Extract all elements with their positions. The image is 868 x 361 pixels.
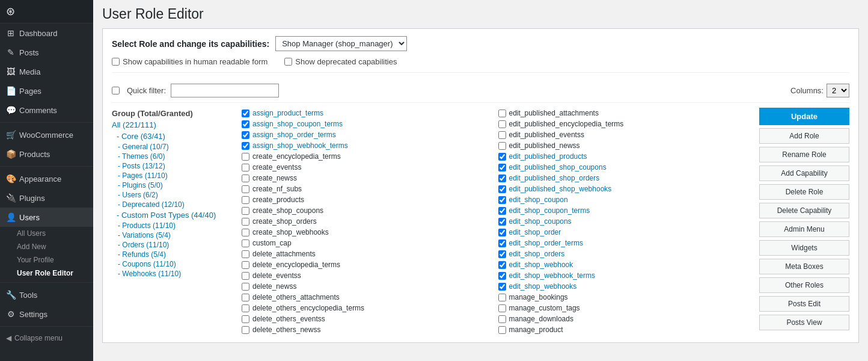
cap-checkbox[interactable] <box>242 272 249 280</box>
cap-label[interactable]: create_shop_coupons <box>252 206 323 215</box>
cap-checkbox[interactable] <box>242 207 249 215</box>
admin-menu-button[interactable]: Admin Menu <box>759 221 849 237</box>
cap-label[interactable]: edit_published_newss <box>509 141 580 150</box>
sidebar-sub-user-role-editor[interactable]: User Role Editor <box>0 267 93 280</box>
cap-checkbox[interactable] <box>242 110 249 117</box>
quick-filter-input[interactable] <box>171 84 279 97</box>
sidebar-item-appearance[interactable]: 🎨 Appearance <box>0 169 93 188</box>
sidebar-item-tools[interactable]: 🔧 Tools <box>0 285 93 304</box>
group-item-cpt[interactable]: - Custom Post Types (44/40) <box>112 209 232 221</box>
cap-label[interactable]: manage_custom_tags <box>509 304 580 312</box>
cap-label[interactable]: edit_published_products <box>509 152 587 161</box>
human-readable-label[interactable]: Show capabilities in human readable form <box>112 57 267 66</box>
cap-checkbox[interactable] <box>242 218 249 226</box>
human-readable-checkbox[interactable] <box>112 58 120 66</box>
cap-label[interactable]: edit_published_shop_webhooks <box>509 185 612 193</box>
delete-role-button[interactable]: Delete Role <box>759 184 849 200</box>
sidebar-item-plugins[interactable]: 🔌 Plugins <box>0 188 93 208</box>
cap-checkbox[interactable] <box>498 326 506 334</box>
cap-label[interactable]: delete_newss <box>252 282 296 291</box>
cap-label[interactable]: assign_product_terms <box>252 109 323 117</box>
cap-checkbox[interactable] <box>242 120 249 128</box>
cap-label[interactable]: edit_shop_order_terms <box>509 239 583 247</box>
cap-label[interactable]: manage_bookings <box>509 293 568 301</box>
meta-boxes-button[interactable]: Meta Boxes <box>759 259 849 274</box>
cap-checkbox[interactable] <box>498 315 506 323</box>
cap-label[interactable]: create_newss <box>252 174 297 182</box>
cap-label[interactable]: edit_published_eventss <box>509 131 584 139</box>
cap-checkbox[interactable] <box>242 239 249 247</box>
cap-label[interactable]: edit_shop_webhook <box>509 261 573 269</box>
group-item-pages[interactable]: - Pages (11/10) <box>112 171 232 180</box>
cap-checkbox[interactable] <box>242 250 249 258</box>
cap-label[interactable]: delete_attachments <box>252 250 316 258</box>
deprecated-checkbox[interactable] <box>284 58 292 66</box>
cap-label[interactable]: create_shop_webhooks <box>252 228 329 236</box>
columns-select[interactable]: 1 2 3 4 <box>827 84 849 97</box>
cap-checkbox[interactable] <box>498 283 506 291</box>
cap-label[interactable]: edit_shop_order <box>509 228 561 236</box>
sidebar-sub-add-new[interactable]: Add New <box>0 240 93 253</box>
group-item-webhooks[interactable]: - Webhooks (11/10) <box>112 269 232 279</box>
cap-label[interactable]: create_encyclopedia_terms <box>252 152 341 161</box>
cap-label[interactable]: assign_shop_coupon_terms <box>252 120 343 128</box>
cap-label[interactable]: edit_shop_coupon_terms <box>509 206 590 215</box>
cap-label[interactable]: edit_shop_webhooks <box>509 282 577 291</box>
widgets-button[interactable]: Widgets <box>759 240 849 256</box>
sidebar-item-dashboard[interactable]: ⊞ Dashboard <box>0 23 93 43</box>
cap-label[interactable]: create_nf_subs <box>252 185 302 193</box>
cap-checkbox[interactable] <box>498 294 506 301</box>
cap-checkbox[interactable] <box>498 120 506 128</box>
rename-role-button[interactable]: Rename Role <box>759 147 849 162</box>
cap-checkbox[interactable] <box>498 218 506 226</box>
cap-checkbox[interactable] <box>498 185 506 193</box>
cap-label[interactable]: edit_published_encyclopedia_terms <box>509 120 624 128</box>
cap-label[interactable]: edit_published_shop_orders <box>509 174 600 182</box>
group-item-variations[interactable]: - Variations (5/4) <box>112 230 232 240</box>
cap-checkbox[interactable] <box>498 174 506 182</box>
cap-checkbox[interactable] <box>498 131 506 139</box>
cap-label[interactable]: manage_downloads <box>509 315 573 323</box>
cap-checkbox[interactable] <box>498 110 506 117</box>
role-dropdown[interactable]: Administrator Author Contributor Custome… <box>275 36 407 51</box>
sidebar-item-pages[interactable]: 📄 Pages <box>0 81 93 100</box>
cap-checkbox[interactable] <box>242 229 249 236</box>
sidebar-item-users[interactable]: 👤 Users <box>0 208 93 227</box>
cap-checkbox[interactable] <box>498 196 506 204</box>
cap-label[interactable]: create_eventss <box>252 163 301 171</box>
group-item-users[interactable]: - Users (6/2) <box>112 190 232 200</box>
group-item-posts[interactable]: - Posts (13/12) <box>112 161 232 171</box>
cap-label[interactable]: delete_others_eventss <box>252 315 325 323</box>
posts-view-button[interactable]: Posts View <box>759 315 849 330</box>
cap-label[interactable]: custom_cap <box>252 239 292 247</box>
group-item-core[interactable]: - Core (63/41) <box>112 131 232 142</box>
sidebar-item-products[interactable]: 📦 Products <box>0 144 93 164</box>
cap-checkbox[interactable] <box>498 153 506 161</box>
cap-checkbox[interactable] <box>242 261 249 269</box>
group-item-orders[interactable]: - Orders (11/10) <box>112 240 232 250</box>
cap-checkbox[interactable] <box>498 229 506 236</box>
cap-checkbox[interactable] <box>242 304 249 312</box>
cap-label[interactable]: edit_published_shop_coupons <box>509 163 607 171</box>
group-item-general[interactable]: - General (10/7) <box>112 142 232 152</box>
cap-checkbox[interactable] <box>242 142 249 150</box>
cap-label[interactable]: assign_shop_order_terms <box>252 131 336 139</box>
delete-capability-button[interactable]: Delete Capability <box>759 203 849 218</box>
cap-checkbox[interactable] <box>498 304 506 312</box>
sidebar-item-settings[interactable]: ⚙ Settings <box>0 304 93 324</box>
cap-label[interactable]: manage_product <box>509 326 563 334</box>
sidebar-item-comments[interactable]: 💬 Comments <box>0 100 93 120</box>
cap-checkbox[interactable] <box>498 164 506 171</box>
cap-checkbox[interactable] <box>242 315 249 323</box>
sidebar-sub-your-profile[interactable]: Your Profile <box>0 253 93 267</box>
cap-label[interactable]: edit_shop_orders <box>509 250 565 258</box>
posts-edit-button[interactable]: Posts Edit <box>759 296 849 312</box>
group-item-products[interactable]: - Products (11/10) <box>112 221 232 230</box>
update-button[interactable]: Update <box>759 108 849 125</box>
cap-checkbox[interactable] <box>242 196 249 204</box>
other-roles-button[interactable]: Other Roles <box>759 277 849 293</box>
cap-checkbox[interactable] <box>498 250 506 258</box>
group-item-deprecated[interactable]: - Deprecated (12/10) <box>112 200 232 209</box>
cap-checkbox[interactable] <box>498 142 506 150</box>
cap-checkbox[interactable] <box>242 174 249 182</box>
